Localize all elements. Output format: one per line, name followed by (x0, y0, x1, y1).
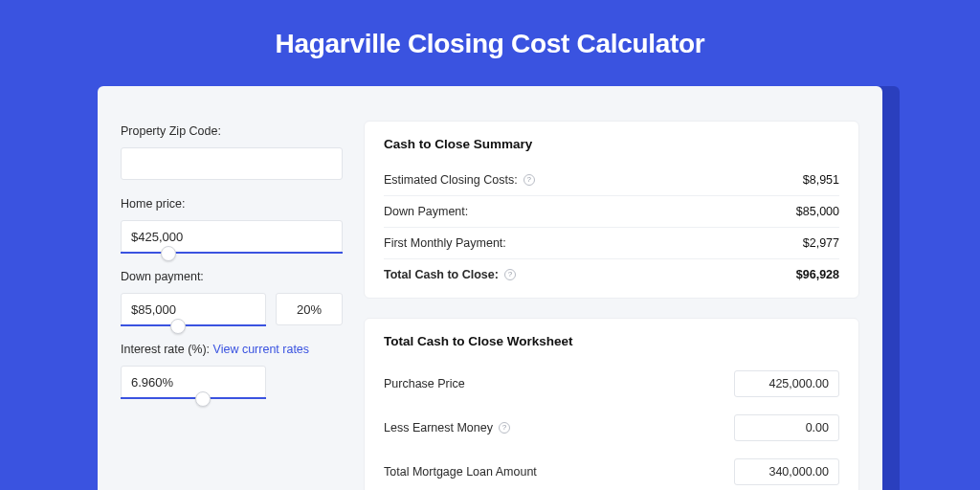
summary-heading: Cash to Close Summary (384, 137, 839, 151)
summary-row-closing-costs: Estimated Closing Costs: ? $8,951 (384, 165, 839, 196)
worksheet-row-input[interactable] (734, 414, 839, 441)
down-payment-field: Down payment: (121, 270, 343, 325)
interest-slider-track (121, 397, 266, 399)
interest-slider[interactable] (121, 366, 266, 398)
help-icon[interactable]: ? (504, 269, 516, 280)
summary-row-down-payment: Down Payment: $85,000 (384, 196, 839, 228)
worksheet-panel: Total Cash to Close Worksheet Purchase P… (364, 318, 859, 490)
calculator-stage: Property Zip Code: Home price: Down paym… (98, 86, 882, 490)
home-price-slider[interactable] (121, 220, 343, 253)
interest-label: Interest rate (%): View current rates (121, 343, 343, 356)
zip-label: Property Zip Code: (121, 124, 343, 138)
worksheet-row-mortgage-loan: Total Mortgage Loan Amount (384, 450, 839, 490)
worksheet-row-label: Total Mortgage Loan Amount (384, 465, 537, 479)
zip-field: Property Zip Code: (121, 124, 343, 180)
interest-slider-thumb[interactable] (195, 391, 211, 407)
worksheet-row-input[interactable] (734, 458, 839, 485)
home-price-slider-thumb[interactable] (161, 246, 176, 261)
summary-row-label: Down Payment: (384, 205, 468, 218)
summary-row-value: $8,951 (803, 173, 839, 187)
help-icon[interactable]: ? (523, 174, 535, 186)
interest-label-text: Interest rate (%): (121, 343, 213, 356)
view-rates-link[interactable]: View current rates (213, 343, 310, 356)
help-icon[interactable]: ? (499, 422, 510, 434)
down-payment-label: Down payment: (121, 270, 343, 283)
worksheet-row-input[interactable] (734, 370, 839, 397)
down-payment-slider[interactable] (121, 293, 343, 325)
summary-row-value: $96,928 (796, 268, 839, 281)
summary-panel: Cash to Close Summary Estimated Closing … (364, 121, 859, 299)
results-column: Cash to Close Summary Estimated Closing … (364, 121, 859, 490)
worksheet-row-label: Less Earnest Money (384, 421, 493, 434)
summary-row-total-cash: Total Cash to Close: ? $96,928 (384, 259, 839, 290)
summary-row-label: Total Cash to Close: (384, 268, 499, 281)
zip-input[interactable] (121, 147, 343, 180)
summary-row-label: First Monthly Payment: (384, 236, 506, 250)
summary-row-first-monthly: First Monthly Payment: $2,977 (384, 228, 839, 259)
home-price-field: Home price: (121, 197, 343, 253)
home-price-label: Home price: (121, 197, 343, 211)
down-payment-input[interactable] (121, 293, 266, 325)
summary-row-value: $2,977 (803, 236, 839, 250)
home-price-slider-track (121, 252, 343, 254)
summary-row-value: $85,000 (796, 205, 839, 218)
down-payment-slider-track (121, 324, 266, 326)
home-price-input[interactable] (121, 220, 343, 253)
down-payment-pct-input[interactable] (276, 293, 343, 325)
interest-input[interactable] (121, 366, 266, 398)
calculator-card: Property Zip Code: Home price: Down paym… (98, 86, 882, 490)
interest-field: Interest rate (%): View current rates (121, 343, 343, 398)
worksheet-heading: Total Cash to Close Worksheet (384, 334, 839, 348)
worksheet-row-label: Purchase Price (384, 377, 465, 390)
summary-row-label: Estimated Closing Costs: (384, 173, 518, 187)
down-payment-slider-thumb[interactable] (170, 319, 186, 334)
page-title: Hagarville Closing Cost Calculator (276, 29, 705, 59)
worksheet-row-earnest-money: Less Earnest Money ? (384, 406, 839, 450)
inputs-column: Property Zip Code: Home price: Down paym… (121, 121, 343, 490)
worksheet-row-purchase-price: Purchase Price (384, 362, 839, 406)
